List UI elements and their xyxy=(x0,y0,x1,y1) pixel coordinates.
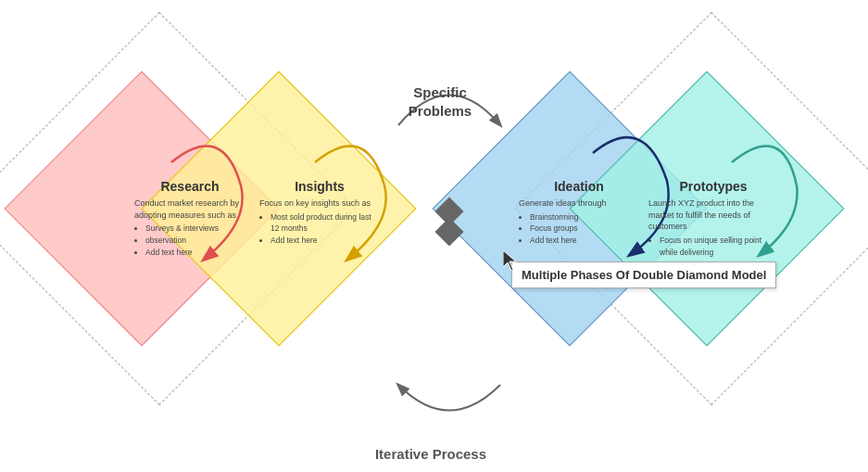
tooltip-box: Multiple Phases Of Double Diamond Model xyxy=(511,262,776,288)
specific-problems-text: Specific Problems xyxy=(409,84,472,119)
center-connector xyxy=(426,199,472,246)
iterative-process-label: Iterative Process xyxy=(361,445,500,464)
specific-problems-label: Specific Problems xyxy=(380,83,500,120)
tooltip-text: Multiple Phases Of Double Diamond Model xyxy=(522,268,766,282)
canvas: Research Conduct market research by adop… xyxy=(0,0,868,472)
cursor xyxy=(503,250,518,271)
center-diamond-bottom xyxy=(434,217,463,246)
svg-marker-0 xyxy=(503,250,516,271)
iterative-process-text: Iterative Process xyxy=(375,446,486,462)
